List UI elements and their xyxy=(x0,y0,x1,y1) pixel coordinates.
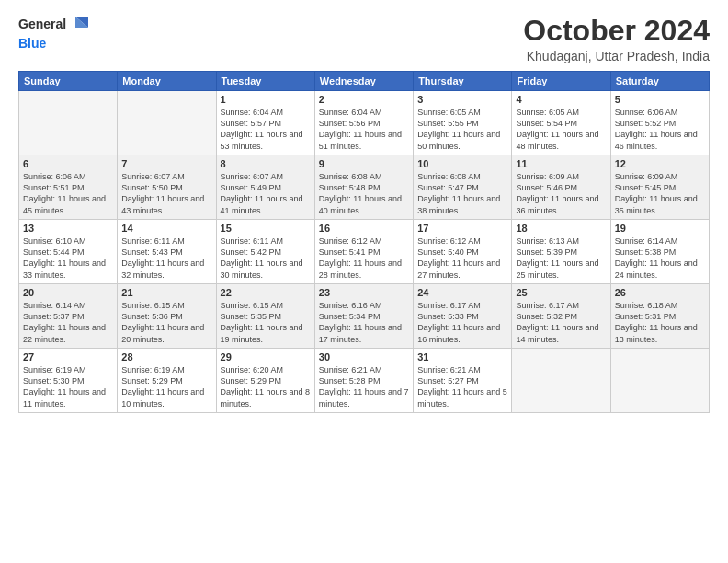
day-number: 18 xyxy=(516,223,606,234)
day-detail: Sunrise: 6:18 AMSunset: 5:31 PMDaylight:… xyxy=(615,300,705,345)
table-row: 11Sunrise: 6:09 AMSunset: 5:46 PMDayligh… xyxy=(512,155,610,220)
day-number: 7 xyxy=(121,158,211,169)
calendar-header-row: Sunday Monday Tuesday Wednesday Thursday… xyxy=(19,72,710,91)
day-detail: Sunrise: 6:06 AMSunset: 5:51 PMDaylight:… xyxy=(23,171,113,216)
table-row: 9Sunrise: 6:08 AMSunset: 5:48 PMDaylight… xyxy=(314,155,413,220)
table-row: 26Sunrise: 6:18 AMSunset: 5:31 PMDayligh… xyxy=(610,284,709,349)
day-number: 1 xyxy=(221,94,311,105)
logo-icon xyxy=(68,15,88,35)
day-detail: Sunrise: 6:21 AMSunset: 5:27 PMDaylight:… xyxy=(417,364,507,409)
day-detail: Sunrise: 6:19 AMSunset: 5:30 PMDaylight:… xyxy=(23,364,113,409)
table-row: 17Sunrise: 6:12 AMSunset: 5:40 PMDayligh… xyxy=(414,220,512,284)
day-number: 26 xyxy=(615,287,705,298)
col-sunday: Sunday xyxy=(19,72,118,91)
table-row: 1Sunrise: 6:04 AMSunset: 5:57 PMDaylight… xyxy=(216,91,314,155)
table-row: 16Sunrise: 6:12 AMSunset: 5:41 PMDayligh… xyxy=(314,220,413,284)
header: General Blue October 2024 Khudaganj, Utt… xyxy=(18,15,710,63)
calendar-week-row: 1Sunrise: 6:04 AMSunset: 5:57 PMDaylight… xyxy=(19,91,710,155)
day-number: 25 xyxy=(516,287,606,298)
day-number: 16 xyxy=(319,223,409,234)
calendar-table: Sunday Monday Tuesday Wednesday Thursday… xyxy=(18,71,710,413)
table-row: 19Sunrise: 6:14 AMSunset: 5:38 PMDayligh… xyxy=(610,220,709,284)
day-detail: Sunrise: 6:19 AMSunset: 5:29 PMDaylight:… xyxy=(121,364,211,409)
table-row: 31Sunrise: 6:21 AMSunset: 5:27 PMDayligh… xyxy=(414,349,512,413)
day-number: 14 xyxy=(121,223,211,234)
day-number: 22 xyxy=(221,287,311,298)
day-number: 17 xyxy=(417,223,507,234)
day-detail: Sunrise: 6:21 AMSunset: 5:28 PMDaylight:… xyxy=(319,364,409,409)
col-monday: Monday xyxy=(118,72,216,91)
table-row: 4Sunrise: 6:05 AMSunset: 5:54 PMDaylight… xyxy=(512,91,610,155)
day-detail: Sunrise: 6:12 AMSunset: 5:41 PMDaylight:… xyxy=(319,236,409,281)
table-row: 12Sunrise: 6:09 AMSunset: 5:45 PMDayligh… xyxy=(610,155,709,220)
day-detail: Sunrise: 6:15 AMSunset: 5:35 PMDaylight:… xyxy=(221,300,311,345)
day-detail: Sunrise: 6:08 AMSunset: 5:48 PMDaylight:… xyxy=(319,171,409,216)
table-row xyxy=(19,91,118,155)
day-detail: Sunrise: 6:16 AMSunset: 5:34 PMDaylight:… xyxy=(319,300,409,345)
table-row: 21Sunrise: 6:15 AMSunset: 5:36 PMDayligh… xyxy=(118,284,216,349)
calendar-week-row: 27Sunrise: 6:19 AMSunset: 5:30 PMDayligh… xyxy=(19,349,710,413)
table-row: 25Sunrise: 6:17 AMSunset: 5:32 PMDayligh… xyxy=(512,284,610,349)
month-title: October 2024 xyxy=(523,15,710,47)
day-number: 5 xyxy=(615,94,705,105)
day-detail: Sunrise: 6:08 AMSunset: 5:47 PMDaylight:… xyxy=(417,171,507,216)
day-number: 24 xyxy=(417,287,507,298)
day-detail: Sunrise: 6:17 AMSunset: 5:32 PMDaylight:… xyxy=(516,300,606,345)
day-number: 19 xyxy=(615,223,705,234)
day-number: 11 xyxy=(516,158,606,169)
table-row: 7Sunrise: 6:07 AMSunset: 5:50 PMDaylight… xyxy=(118,155,216,220)
table-row: 6Sunrise: 6:06 AMSunset: 5:51 PMDaylight… xyxy=(19,155,118,220)
table-row: 22Sunrise: 6:15 AMSunset: 5:35 PMDayligh… xyxy=(216,284,314,349)
table-row: 24Sunrise: 6:17 AMSunset: 5:33 PMDayligh… xyxy=(414,284,512,349)
logo: General Blue xyxy=(18,15,88,52)
calendar-week-row: 20Sunrise: 6:14 AMSunset: 5:37 PMDayligh… xyxy=(19,284,710,349)
day-number: 27 xyxy=(23,351,113,362)
table-row: 14Sunrise: 6:11 AMSunset: 5:43 PMDayligh… xyxy=(118,220,216,284)
col-saturday: Saturday xyxy=(610,72,709,91)
col-thursday: Thursday xyxy=(414,72,512,91)
table-row: 29Sunrise: 6:20 AMSunset: 5:29 PMDayligh… xyxy=(216,349,314,413)
table-row xyxy=(610,349,709,413)
page: General Blue October 2024 Khudaganj, Utt… xyxy=(0,0,728,563)
table-row: 15Sunrise: 6:11 AMSunset: 5:42 PMDayligh… xyxy=(216,220,314,284)
day-number: 31 xyxy=(417,351,507,362)
day-detail: Sunrise: 6:07 AMSunset: 5:49 PMDaylight:… xyxy=(221,171,311,216)
day-detail: Sunrise: 6:04 AMSunset: 5:57 PMDaylight:… xyxy=(221,107,311,152)
table-row: 8Sunrise: 6:07 AMSunset: 5:49 PMDaylight… xyxy=(216,155,314,220)
table-row: 27Sunrise: 6:19 AMSunset: 5:30 PMDayligh… xyxy=(19,349,118,413)
table-row: 5Sunrise: 6:06 AMSunset: 5:52 PMDaylight… xyxy=(610,91,709,155)
table-row: 28Sunrise: 6:19 AMSunset: 5:29 PMDayligh… xyxy=(118,349,216,413)
day-number: 3 xyxy=(417,94,507,105)
location: Khudaganj, Uttar Pradesh, India xyxy=(523,49,710,63)
day-number: 8 xyxy=(221,158,311,169)
day-detail: Sunrise: 6:07 AMSunset: 5:50 PMDaylight:… xyxy=(121,171,211,216)
col-wednesday: Wednesday xyxy=(314,72,413,91)
table-row: 18Sunrise: 6:13 AMSunset: 5:39 PMDayligh… xyxy=(512,220,610,284)
day-number: 15 xyxy=(221,223,311,234)
calendar-week-row: 13Sunrise: 6:10 AMSunset: 5:44 PMDayligh… xyxy=(19,220,710,284)
day-detail: Sunrise: 6:12 AMSunset: 5:40 PMDaylight:… xyxy=(417,236,507,281)
table-row xyxy=(118,91,216,155)
day-detail: Sunrise: 6:20 AMSunset: 5:29 PMDaylight:… xyxy=(221,364,311,409)
day-detail: Sunrise: 6:06 AMSunset: 5:52 PMDaylight:… xyxy=(615,107,705,152)
day-detail: Sunrise: 6:13 AMSunset: 5:39 PMDaylight:… xyxy=(516,236,606,281)
col-friday: Friday xyxy=(512,72,610,91)
table-row: 10Sunrise: 6:08 AMSunset: 5:47 PMDayligh… xyxy=(414,155,512,220)
col-tuesday: Tuesday xyxy=(216,72,314,91)
day-detail: Sunrise: 6:09 AMSunset: 5:46 PMDaylight:… xyxy=(516,171,606,216)
day-number: 13 xyxy=(23,223,113,234)
day-number: 23 xyxy=(319,287,409,298)
day-number: 29 xyxy=(221,351,311,362)
day-number: 4 xyxy=(516,94,606,105)
day-detail: Sunrise: 6:05 AMSunset: 5:54 PMDaylight:… xyxy=(516,107,606,152)
table-row: 2Sunrise: 6:04 AMSunset: 5:56 PMDaylight… xyxy=(314,91,413,155)
table-row xyxy=(512,349,610,413)
day-detail: Sunrise: 6:17 AMSunset: 5:33 PMDaylight:… xyxy=(417,300,507,345)
logo-general: General xyxy=(18,17,66,31)
day-detail: Sunrise: 6:14 AMSunset: 5:37 PMDaylight:… xyxy=(23,300,113,345)
day-number: 6 xyxy=(23,158,113,169)
day-detail: Sunrise: 6:14 AMSunset: 5:38 PMDaylight:… xyxy=(615,236,705,281)
table-row: 30Sunrise: 6:21 AMSunset: 5:28 PMDayligh… xyxy=(314,349,413,413)
day-number: 9 xyxy=(319,158,409,169)
day-number: 30 xyxy=(319,351,409,362)
